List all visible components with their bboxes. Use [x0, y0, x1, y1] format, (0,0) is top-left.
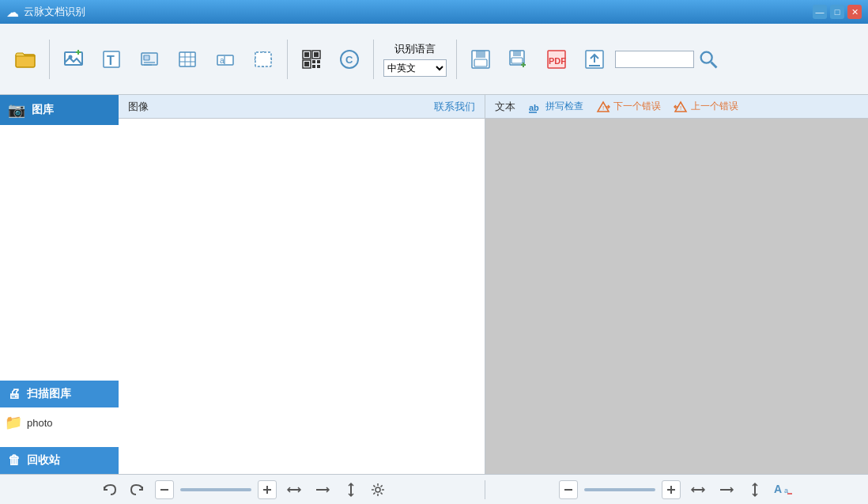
- qr-code-button[interactable]: [294, 40, 329, 79]
- prev-error-button[interactable]: ! 上一个错误: [674, 100, 738, 114]
- language-select[interactable]: 中英文 中文 英文 日文 韩文: [383, 59, 447, 77]
- image-region-button[interactable]: [132, 40, 167, 79]
- open-folder-button[interactable]: [8, 40, 43, 79]
- contact-us-link[interactable]: 联系我们: [434, 100, 475, 114]
- svg-text:A: A: [774, 483, 782, 495]
- text-tool-button[interactable]: T: [94, 40, 129, 79]
- svg-rect-41: [511, 58, 523, 63]
- table-tool-button[interactable]: [170, 40, 205, 79]
- title-bar-left: ☁ 云脉文档识别: [6, 5, 85, 20]
- toolbar-sep-2: [287, 40, 288, 79]
- image-panel: 图像 联系我们: [119, 95, 485, 474]
- text-move-h-button[interactable]: [687, 480, 709, 499]
- zoom-in-icon: [262, 484, 273, 495]
- recycle-label: 回收站: [27, 453, 60, 468]
- settings-icon: [370, 482, 386, 498]
- search-icon: [697, 48, 719, 70]
- text-panel-content: [485, 119, 868, 474]
- text-move-h-icon: [690, 482, 706, 498]
- spell-check-button[interactable]: ab 拼写检查: [528, 100, 583, 114]
- prev-error-label: 上一个错误: [691, 100, 738, 113]
- select-tool-button[interactable]: [246, 40, 281, 79]
- title-bar: ☁ 云脉文档识别 — □ ✕: [0, 0, 868, 24]
- text-field-icon: a: [214, 48, 236, 70]
- spell-check-label: 拼写检查: [545, 100, 583, 113]
- text-move-right-button[interactable]: [715, 480, 738, 499]
- app-icon: ☁: [6, 5, 19, 20]
- trash-icon: 🗑: [8, 453, 21, 468]
- image-panel-content: [119, 119, 485, 474]
- text-move-v-icon: [747, 482, 763, 498]
- svg-rect-31: [317, 60, 320, 63]
- zoom-in-button[interactable]: [258, 480, 277, 499]
- svg-line-50: [711, 62, 717, 67]
- image-panel-title: 图像: [128, 100, 149, 114]
- upload-button[interactable]: [577, 40, 612, 79]
- svg-rect-25: [304, 52, 309, 57]
- text-zoom-in-icon: [666, 484, 677, 495]
- bottom-right-controls: A a: [485, 480, 868, 499]
- export-pdf-button[interactable]: PDF: [539, 40, 574, 79]
- zoom-out-button[interactable]: [155, 480, 174, 499]
- svg-text:!: !: [680, 104, 681, 112]
- svg-rect-27: [314, 52, 319, 57]
- save-as-button[interactable]: [501, 40, 536, 79]
- redo-button[interactable]: [126, 480, 149, 499]
- scan-label: 扫描图库: [27, 387, 71, 401]
- svg-rect-29: [304, 62, 309, 66]
- minimize-button[interactable]: —: [813, 5, 827, 19]
- undo-button[interactable]: [98, 480, 120, 499]
- app-title: 云脉文档识别: [24, 5, 85, 19]
- text-field-button[interactable]: a: [208, 40, 243, 79]
- scan-items: 📁 photo: [0, 407, 119, 447]
- folder-open-icon: [14, 48, 36, 70]
- insert-image-button[interactable]: [56, 40, 91, 79]
- svg-text:PDF: PDF: [549, 56, 566, 66]
- save-button[interactable]: [463, 40, 498, 79]
- settings-button[interactable]: [368, 480, 387, 499]
- next-error-button[interactable]: ! 下一个错误: [596, 100, 661, 114]
- text-zoom-out-button[interactable]: [559, 480, 578, 499]
- search-button[interactable]: [696, 40, 721, 79]
- svg-point-65: [376, 487, 380, 492]
- svg-rect-37: [476, 51, 485, 58]
- language-section: 识别语言 中英文 中文 英文 日文 韩文: [383, 42, 447, 77]
- text-panel: 文本 ab 拼写检查 ! 下一个错误: [485, 95, 868, 474]
- scan-section-header[interactable]: 🖨 扫描图库: [0, 381, 119, 407]
- text-size-button[interactable]: A a: [772, 480, 794, 499]
- svg-rect-8: [144, 55, 149, 60]
- text-panel-title: 文本: [495, 100, 515, 114]
- text-panel-header: 文本 ab 拼写检查 ! 下一个错误: [485, 95, 868, 119]
- svg-text:T: T: [107, 54, 115, 67]
- photo-folder-item[interactable]: 📁 photo: [0, 411, 119, 434]
- move-vertical-button[interactable]: [340, 480, 362, 499]
- next-error-icon: !: [596, 100, 610, 114]
- photo-folder-label: photo: [27, 417, 53, 429]
- zoom-slider-left[interactable]: [180, 488, 251, 491]
- circle-c-icon: C: [338, 48, 360, 70]
- text-zoom-out-icon: [563, 484, 574, 495]
- next-error-label: 下一个错误: [613, 100, 661, 113]
- text-move-v-button[interactable]: [744, 480, 766, 499]
- circle-c-button[interactable]: C: [332, 40, 367, 79]
- insert-image-icon: [62, 48, 85, 70]
- toolbar-sep-3: [373, 40, 374, 79]
- move-horizontal-button[interactable]: [283, 480, 305, 499]
- toolbar-sep-4: [456, 40, 457, 79]
- move-right-button[interactable]: [311, 480, 334, 499]
- image-panel-header: 图像 联系我们: [119, 95, 485, 119]
- image-region-icon: [138, 48, 160, 70]
- search-input[interactable]: [615, 51, 694, 68]
- bottom-left-controls: [0, 480, 485, 499]
- recycle-section[interactable]: 🗑 回收站: [0, 447, 119, 474]
- language-label: 识别语言: [394, 42, 436, 56]
- svg-rect-33: [317, 65, 320, 68]
- zoom-slider-right[interactable]: [584, 488, 655, 491]
- maximize-button[interactable]: □: [830, 5, 844, 19]
- prev-error-icon: !: [674, 100, 688, 114]
- text-zoom-in-button[interactable]: [662, 480, 681, 499]
- gallery-section-header[interactable]: 📷 图库: [0, 95, 119, 125]
- redo-icon: [130, 482, 145, 498]
- close-button[interactable]: ✕: [847, 5, 862, 19]
- save-icon: [470, 48, 492, 70]
